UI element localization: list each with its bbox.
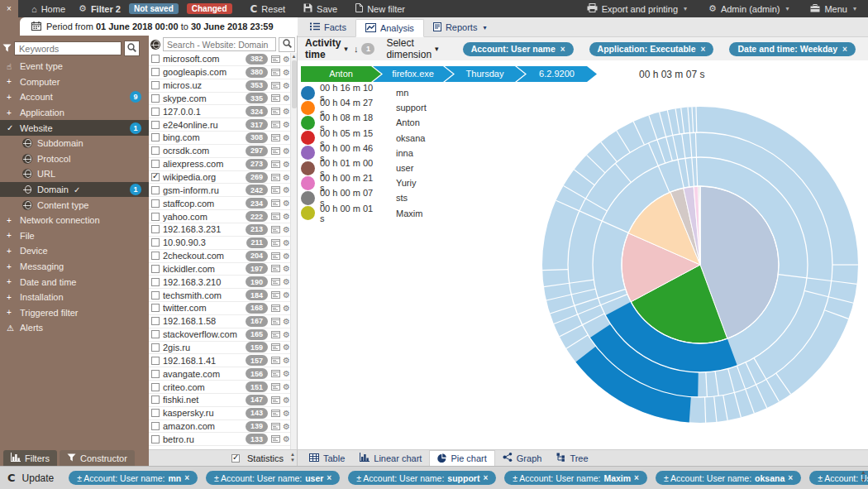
settings-icon[interactable]: ⚙ — [283, 382, 290, 391]
tab-reports[interactable]: Reports▾ — [424, 18, 496, 36]
dimension-chip-date-and-time-weekday[interactable]: Date and time: Weekday× — [729, 42, 855, 56]
domain-row[interactable]: kickidler.com197⚙ — [149, 263, 290, 276]
nav-home[interactable]: ⌂Home — [31, 4, 65, 14]
tab-analysis[interactable]: Analysis — [355, 19, 424, 37]
sidebar-tab-filters[interactable]: Filters — [3, 450, 57, 466]
chart-tab-graph[interactable]: Graph — [495, 450, 550, 466]
domain-checkbox[interactable] — [151, 108, 160, 116]
settings-icon[interactable]: ⚙ — [283, 317, 290, 326]
details-icon[interactable] — [271, 69, 280, 76]
settings-icon[interactable]: ⚙ — [283, 238, 290, 247]
domain-row[interactable]: kaspersky.ru143⚙ — [149, 407, 290, 420]
dimension-chip-application-executable[interactable]: Application: Executable× — [589, 42, 714, 56]
settings-icon[interactable]: ⚙ — [283, 199, 290, 208]
details-icon[interactable] — [271, 94, 280, 102]
settings-icon[interactable]: ⚙ — [283, 409, 290, 418]
details-icon[interactable] — [271, 304, 280, 312]
settings-icon[interactable]: ⚙ — [283, 369, 290, 378]
sidebar-item-content-type[interactable]: Content type — [0, 197, 149, 213]
domain-list-scrollbar[interactable]: ▲ — [290, 53, 297, 449]
settings-icon[interactable]: ⚙ — [283, 422, 290, 431]
domain-checkbox[interactable] — [151, 55, 160, 63]
domain-checkbox[interactable] — [151, 160, 160, 168]
breadcrumb-step-6-2-9200[interactable]: 6.2.9200 — [517, 66, 597, 82]
filter-chip-user[interactable]: ± Account: User name: user× — [206, 471, 340, 485]
sidebar-item-file[interactable]: +File — [0, 228, 149, 244]
details-icon[interactable] — [271, 396, 280, 404]
sidebar-item-date-and-time[interactable]: +Date and time — [0, 274, 149, 290]
domain-checkbox[interactable] — [151, 291, 160, 300]
domain-checkbox[interactable] — [151, 304, 160, 312]
settings-icon[interactable]: ⚙ — [283, 212, 290, 221]
details-icon[interactable] — [271, 435, 280, 443]
domain-row[interactable]: 192.168.3.231213⚙ — [149, 223, 290, 237]
sunburst-chart[interactable] — [541, 106, 859, 424]
settings-icon[interactable]: ⚙ — [283, 160, 290, 169]
domain-checkbox[interactable] — [151, 94, 160, 103]
settings-icon[interactable]: ⚙ — [283, 277, 290, 286]
details-icon[interactable] — [271, 174, 280, 181]
close-icon[interactable]: × — [788, 473, 793, 482]
legend-item[interactable]: 00 h 00 m 01 sMaxim — [301, 206, 427, 221]
sidebar-item-computer[interactable]: +Computer — [0, 74, 149, 90]
nav-save[interactable]: Save — [303, 3, 337, 14]
settings-icon[interactable]: ⚙ — [283, 434, 290, 443]
details-icon[interactable] — [271, 331, 280, 338]
close-icon[interactable]: × — [842, 45, 847, 54]
settings-icon[interactable]: ⚙ — [283, 290, 290, 300]
breadcrumb-step-anton[interactable]: Anton — [301, 66, 381, 82]
nav-filter[interactable]: ⚙Filter 2 — [79, 3, 121, 14]
details-icon[interactable] — [271, 108, 280, 115]
domain-row[interactable]: micros.uz353⚙ — [149, 79, 290, 93]
details-icon[interactable] — [271, 226, 280, 233]
chart-tab-tree[interactable]: Tree — [549, 450, 595, 466]
details-icon[interactable] — [271, 239, 280, 247]
select-dimension-dropdown[interactable]: Select dimension — [386, 37, 432, 60]
sidebar-tab-constructor[interactable]: Constructor — [60, 450, 135, 466]
settings-icon[interactable]: ⚙ — [283, 68, 290, 77]
settings-icon[interactable]: ⚙ — [283, 120, 290, 129]
sidebar-item-subdomain[interactable]: Subdomain — [0, 136, 149, 151]
details-icon[interactable] — [271, 318, 280, 325]
domain-row[interactable]: e2e4online.ru317⚙ — [149, 118, 290, 132]
domain-row[interactable]: wikipedia.org269⚙ — [149, 171, 290, 185]
sidebar-item-website[interactable]: ✓Website1 — [0, 120, 149, 136]
details-icon[interactable] — [271, 199, 280, 207]
sidebar-item-application[interactable]: +Application — [0, 105, 149, 121]
domain-row[interactable]: betro.ru133⚙ — [149, 433, 290, 446]
domain-row[interactable]: googleapis.com380⚙ — [149, 66, 290, 79]
domain-row[interactable]: microsoft.com382⚙ — [149, 53, 290, 66]
details-icon[interactable] — [271, 186, 280, 194]
close-tab-button[interactable]: × — [0, 0, 18, 17]
sidebar-item-device[interactable]: +Device — [0, 243, 149, 259]
details-icon[interactable] — [271, 383, 280, 391]
domain-row[interactable]: techsmith.com184⚙ — [149, 289, 290, 302]
domain-row[interactable]: avangate.com156⚙ — [149, 367, 290, 381]
settings-icon[interactable]: ⚙ — [283, 173, 290, 182]
domain-checkbox[interactable] — [151, 225, 160, 233]
measure-dropdown[interactable]: Activity time — [305, 37, 341, 60]
domain-row[interactable]: 2gis.ru159⚙ — [149, 342, 290, 355]
settings-icon[interactable]: ⚙ — [283, 93, 290, 103]
settings-icon[interactable]: ⚙ — [283, 185, 290, 194]
breadcrumb-step-thursday[interactable]: Thursday — [445, 66, 525, 82]
details-icon[interactable] — [271, 265, 280, 272]
domain-checkbox[interactable] — [151, 173, 160, 181]
settings-icon[interactable]: ⚙ — [283, 304, 290, 313]
domain-row[interactable]: 10.90.90.3211⚙ — [149, 237, 290, 250]
details-icon[interactable] — [271, 252, 280, 260]
domain-row[interactable]: yahoo.com222⚙ — [149, 210, 290, 223]
settings-icon[interactable]: ⚙ — [283, 343, 290, 352]
domain-checkbox[interactable] — [151, 383, 160, 391]
details-icon[interactable] — [271, 82, 280, 89]
sidebar-item-alerts[interactable]: ⚠Alerts — [0, 320, 149, 336]
details-icon[interactable] — [271, 291, 280, 299]
settings-icon[interactable]: ⚙ — [283, 225, 290, 234]
settings-icon[interactable]: ⚙ — [283, 133, 290, 142]
domain-checkbox[interactable] — [151, 370, 160, 378]
keywords-search-button[interactable] — [124, 41, 140, 56]
sort-direction-icon[interactable]: ↓ — [354, 44, 359, 54]
domain-checkbox[interactable] — [151, 238, 160, 247]
close-icon[interactable]: × — [560, 45, 565, 54]
dimension-chip-account-user-name[interactable]: Account: User name× — [463, 42, 574, 56]
